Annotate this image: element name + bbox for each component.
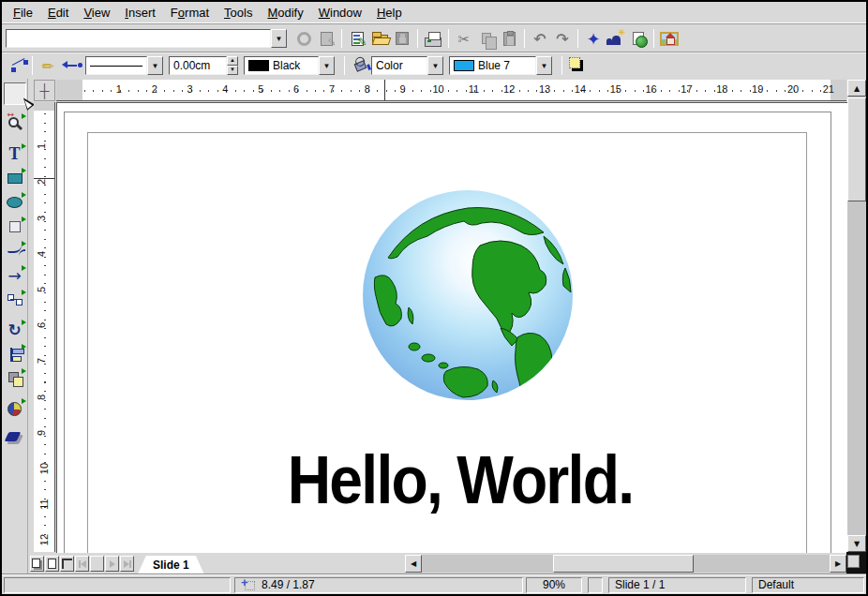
- area-style-select[interactable]: Color ▼: [371, 56, 443, 75]
- new-document-button[interactable]: [346, 27, 368, 50]
- spin-up-button[interactable]: ▲: [227, 56, 238, 66]
- line-color-select[interactable]: Black ▼: [244, 56, 335, 75]
- rectangle-tool-icon: [7, 173, 22, 184]
- rectangle-tool-button[interactable]: [4, 167, 26, 189]
- layer-view-button[interactable]: [60, 556, 74, 572]
- navigator-button[interactable]: [582, 27, 605, 50]
- ruler-origin-corner[interactable]: ┼: [34, 80, 55, 101]
- globe-image[interactable]: [360, 187, 576, 403]
- ellipse-tool-button[interactable]: [4, 191, 26, 214]
- save-document-icon: [396, 32, 409, 45]
- open-document-button[interactable]: [368, 27, 391, 50]
- save-document-button[interactable]: [391, 27, 413, 50]
- drawing-canvas[interactable]: Hello, World.: [56, 102, 847, 553]
- slide-tab[interactable]: Slide 1: [138, 556, 204, 574]
- scroll-left-button[interactable]: ◀: [405, 555, 422, 573]
- line-width-field[interactable]: 0.00cm ▲▼: [169, 56, 238, 75]
- zoom-icon: [612, 36, 621, 45]
- hruler-number: 3: [187, 83, 192, 95]
- resize-grip[interactable]: [847, 555, 860, 568]
- slide-title-text[interactable]: Hello, World.: [246, 444, 675, 516]
- flyout-indicator-icon: [22, 265, 26, 271]
- menu-help[interactable]: Help: [369, 3, 410, 22]
- status-slide-panel[interactable]: Slide 1 / 1: [608, 577, 746, 593]
- connector-tool-button[interactable]: [4, 289, 26, 311]
- window-resize-corner[interactable]: [846, 552, 866, 574]
- menu-format[interactable]: Format: [163, 3, 217, 22]
- text-tool-button[interactable]: [4, 142, 26, 165]
- vertical-ruler[interactable]: 123456789101112: [34, 102, 55, 552]
- menu-modify[interactable]: Modify: [260, 3, 310, 22]
- edit-document-button[interactable]: [315, 27, 337, 50]
- arrow-style-button[interactable]: [59, 54, 82, 77]
- menu-view[interactable]: View: [76, 3, 117, 22]
- zoom-tool-button[interactable]: [4, 112, 26, 135]
- horizontal-scrollbar-thumb[interactable]: [553, 555, 694, 573]
- area-style-dropdown-button[interactable]: ▼: [427, 56, 443, 75]
- vruler-number: 3: [36, 216, 47, 221]
- objects3d-tool-button[interactable]: [4, 216, 26, 238]
- hruler-number: 11: [469, 83, 479, 95]
- area-dialog-button[interactable]: [349, 54, 371, 77]
- hyperlink-dialog-button[interactable]: [627, 27, 650, 50]
- menu-file[interactable]: File: [6, 3, 40, 22]
- menu-insert[interactable]: Insert: [117, 3, 163, 22]
- gallery-button[interactable]: [658, 27, 681, 50]
- status-zoom-panel[interactable]: 90%: [526, 577, 582, 593]
- url-input[interactable]: [6, 29, 271, 48]
- vruler-number: 9: [36, 430, 47, 436]
- status-page-style-panel[interactable]: Default: [752, 577, 864, 593]
- fill-color-select[interactable]: Blue 7 ▼: [449, 56, 552, 75]
- curve-tool-button[interactable]: [4, 240, 26, 262]
- new-document-icon: [352, 32, 364, 46]
- paste-button[interactable]: [498, 27, 520, 50]
- spin-down-button[interactable]: ▼: [227, 66, 238, 75]
- line-width-value[interactable]: 0.00cm: [169, 56, 227, 75]
- effects-tool-button[interactable]: [4, 427, 26, 450]
- shadow-button[interactable]: [566, 54, 589, 77]
- scroll-up-button[interactable]: ▲: [847, 80, 866, 97]
- flyout-indicator-icon: [22, 290, 26, 295]
- line-arrow-tool-button[interactable]: [4, 264, 26, 287]
- copy-button[interactable]: [475, 27, 498, 50]
- select-button[interactable]: [4, 82, 26, 105]
- pages-view-button[interactable]: [30, 556, 44, 572]
- vertical-scrollbar[interactable]: ▲ ▼: [847, 80, 866, 552]
- flyout-indicator-icon: [22, 320, 26, 325]
- master-view-button[interactable]: [45, 556, 59, 572]
- separator: [653, 29, 654, 48]
- scroll-right-button[interactable]: ▶: [830, 555, 846, 573]
- menu-tools[interactable]: Tools: [217, 3, 260, 22]
- undo-button[interactable]: [529, 27, 551, 50]
- arrange-tool-button[interactable]: [4, 367, 26, 390]
- line-style-select[interactable]: ▼: [85, 56, 163, 75]
- fill-color-dropdown-button[interactable]: ▼: [536, 56, 552, 75]
- url-dropdown-button[interactable]: ▼: [271, 29, 287, 48]
- horizontal-ruler[interactable]: 123456789101112131415161718192021: [56, 80, 846, 101]
- stop-button[interactable]: [292, 27, 315, 50]
- slide-tab-bar: Slide 1 ◀ ▶: [28, 553, 846, 574]
- last-slide-button[interactable]: [120, 556, 134, 572]
- menu-window[interactable]: Window: [311, 3, 369, 22]
- line-dialog-button[interactable]: [37, 54, 59, 77]
- line-width-spinner[interactable]: ▲▼: [227, 56, 238, 75]
- cut-button[interactable]: [453, 27, 475, 50]
- print-button[interactable]: [422, 27, 444, 50]
- alignment-tool-button[interactable]: [4, 343, 26, 365]
- line-style-dropdown-button[interactable]: ▼: [147, 56, 163, 75]
- insert-tool-button[interactable]: [4, 397, 26, 420]
- edit-points-button[interactable]: [6, 54, 28, 77]
- menu-edit[interactable]: Edit: [40, 3, 76, 22]
- status-position-panel[interactable]: 8.49 / 1.87: [234, 577, 523, 593]
- horizontal-scrollbar[interactable]: ◀ ▶: [405, 555, 846, 573]
- url-combobox[interactable]: ▼: [6, 29, 287, 48]
- next-slide-button[interactable]: [105, 556, 119, 572]
- previous-slide-button[interactable]: [90, 556, 104, 572]
- rotate-tool-button[interactable]: [4, 319, 26, 341]
- redo-button[interactable]: [551, 27, 574, 50]
- first-slide-button[interactable]: [75, 556, 89, 572]
- vertical-scrollbar-thumb[interactable]: [847, 97, 866, 201]
- line-color-dropdown-button[interactable]: ▼: [319, 56, 335, 75]
- zoom-button[interactable]: [605, 27, 627, 50]
- scroll-down-button[interactable]: ▼: [847, 535, 866, 552]
